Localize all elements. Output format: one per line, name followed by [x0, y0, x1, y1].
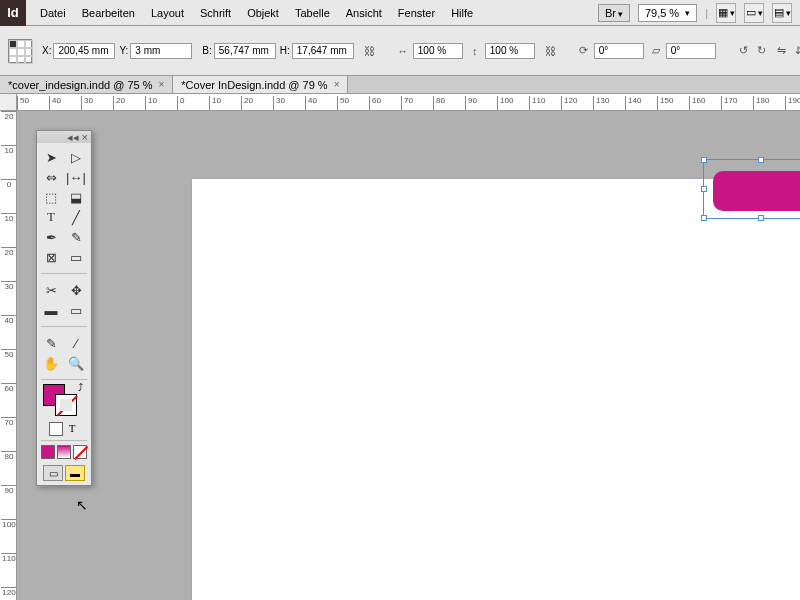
app-logo: Id	[0, 0, 26, 26]
flip-h-icon[interactable]: ⇋	[774, 43, 790, 59]
ruler-tick: 120	[1, 587, 17, 597]
content-collector-tool[interactable]: ⬚	[39, 187, 63, 207]
menu-ansicht[interactable]: Ansicht	[340, 3, 388, 23]
selection-tool[interactable]: ➤	[39, 147, 63, 167]
collapse-icon[interactable]: ◂◂	[67, 131, 79, 144]
scale-x-field[interactable]	[413, 43, 463, 59]
divider	[41, 326, 87, 327]
note-tool[interactable]: ✎	[39, 333, 63, 353]
menubar: Id Datei Bearbeiten Layout Schrift Objek…	[0, 0, 800, 26]
ruler-tick: 90	[465, 96, 477, 111]
bridge-button[interactable]: Br	[598, 4, 630, 22]
flip-v-icon[interactable]: ⇵	[792, 43, 800, 59]
x-field[interactable]	[53, 43, 115, 59]
view-options-icon[interactable]: ▦	[716, 3, 736, 23]
y-label: Y:	[119, 45, 128, 56]
gap-tool[interactable]: |↔|	[64, 167, 88, 187]
ruler-tick: 20	[1, 247, 17, 257]
free-transform-tool[interactable]: ✥	[64, 280, 88, 300]
line-tool[interactable]: ╱	[64, 207, 88, 227]
ruler-horizontal[interactable]: 5040302010010203040506070809010011012013…	[17, 94, 800, 111]
menu-bearbeiten[interactable]: Bearbeiten	[76, 3, 141, 23]
ruler-tick: 10	[1, 213, 17, 223]
ruler-origin[interactable]	[0, 94, 17, 111]
link-scale-icon[interactable]: ⛓	[545, 43, 556, 59]
hand-tool[interactable]: ✋	[39, 353, 63, 373]
link-wh-icon[interactable]: ⛓	[364, 43, 375, 59]
screen-mode-icon[interactable]: ▭	[744, 3, 764, 23]
menu-objekt[interactable]: Objekt	[241, 3, 285, 23]
close-icon[interactable]: ×	[82, 131, 88, 143]
scale-y-icon: ↕	[467, 43, 483, 59]
handle-nw[interactable]	[701, 157, 707, 163]
page[interactable]	[192, 179, 800, 600]
ruler-tick: 100	[497, 96, 513, 111]
handle-w[interactable]	[701, 186, 707, 192]
separator: |	[705, 7, 708, 19]
menu-tabelle[interactable]: Tabelle	[289, 3, 336, 23]
eyedropper-tool[interactable]: ⁄	[64, 333, 88, 353]
rectangle-frame-tool[interactable]: ⊠	[39, 247, 63, 267]
scissors-tool[interactable]: ✂	[39, 280, 63, 300]
rectangle-tool[interactable]: ▭	[64, 247, 88, 267]
menu-layout[interactable]: Layout	[145, 3, 190, 23]
scale-x-icon: ↔	[395, 43, 411, 59]
fill-stroke-swatches[interactable]: ⤴	[37, 382, 91, 420]
menu-hilfe[interactable]: Hilfe	[445, 3, 479, 23]
pen-tool[interactable]: ✒	[39, 227, 63, 247]
ruler-tick: 190	[785, 96, 800, 111]
zoom-level[interactable]: 79,5 %	[638, 4, 697, 22]
y-field[interactable]	[130, 43, 192, 59]
ruler-vertical[interactable]: 20100102030405060708090100110120	[0, 111, 17, 600]
ruler-tick: 30	[1, 281, 17, 291]
handle-n[interactable]	[758, 157, 764, 163]
handle-s[interactable]	[758, 215, 764, 221]
page-tool[interactable]: ⇔	[39, 167, 63, 187]
apply-color-icon[interactable]	[41, 445, 55, 459]
tab-cover-indesign-1[interactable]: *cover_indesign.indd @ 75 %×	[0, 76, 173, 93]
menu-fenster[interactable]: Fenster	[392, 3, 441, 23]
default-fill-stroke-icon[interactable]	[49, 422, 63, 436]
swap-fill-stroke-icon[interactable]: ⤴	[78, 382, 83, 393]
rotate-field[interactable]	[594, 43, 644, 59]
ruler-tick: 50	[337, 96, 349, 111]
toolbox-panel: ◂◂× ➤ ▷ ⇔ |↔| ⬚ ⬓ T ╱ ✒ ✎ ⊠ ▭ ✂ ✥ ▬ ▭ ✎ …	[36, 130, 92, 486]
rotate-cw-icon[interactable]: ↻	[754, 43, 770, 59]
ruler-tick: 170	[721, 96, 737, 111]
width-field[interactable]	[214, 43, 276, 59]
h-label: H:	[280, 45, 290, 56]
stroke-color-swatch[interactable]	[55, 394, 77, 416]
direct-selection-tool[interactable]: ▷	[64, 147, 88, 167]
height-field[interactable]	[292, 43, 354, 59]
type-tool[interactable]: T	[39, 207, 63, 227]
handle-sw[interactable]	[701, 215, 707, 221]
close-icon[interactable]: ×	[334, 79, 340, 90]
scale-y-field[interactable]	[485, 43, 535, 59]
gradient-feather-tool[interactable]: ▭	[64, 300, 88, 320]
menu-schrift[interactable]: Schrift	[194, 3, 237, 23]
gradient-swatch-tool[interactable]: ▬	[39, 300, 63, 320]
apply-gradient-icon[interactable]	[57, 445, 71, 459]
rotate-ccw-icon[interactable]: ↺	[736, 43, 752, 59]
ruler-tick: 100	[1, 519, 17, 529]
content-placer-tool[interactable]: ⬓	[64, 187, 88, 207]
pencil-tool[interactable]: ✎	[64, 227, 88, 247]
menu-datei[interactable]: Datei	[34, 3, 72, 23]
control-panel: X: Y: B: H: ⛓ ↔ ↕ ⛓ ⟳ ▱ ↺↻ ⇋⇵ P ◈◇ ◂▸ ≡ …	[0, 26, 800, 76]
apply-none-icon[interactable]	[73, 445, 87, 459]
normal-view-icon[interactable]: ▭	[43, 465, 63, 481]
ruler-tick: 70	[1, 417, 17, 427]
zoom-tool[interactable]: 🔍	[64, 353, 88, 373]
ruler-tick: 0	[177, 96, 184, 111]
toolbox-header[interactable]: ◂◂×	[37, 131, 91, 143]
formatting-text-icon[interactable]: T	[65, 422, 79, 436]
arrange-icon[interactable]: ▤	[772, 3, 792, 23]
tab-label: *Cover InDesign.indd @ 79 %	[181, 79, 327, 91]
shear-field[interactable]	[666, 43, 716, 59]
tab-cover-indesign-2[interactable]: *Cover InDesign.indd @ 79 %×	[173, 76, 348, 93]
reference-point[interactable]	[8, 39, 32, 63]
preview-mode-icon[interactable]: ▬	[65, 465, 85, 481]
canvas[interactable]	[17, 111, 800, 600]
ruler-tick: 30	[273, 96, 285, 111]
close-icon[interactable]: ×	[158, 79, 164, 90]
